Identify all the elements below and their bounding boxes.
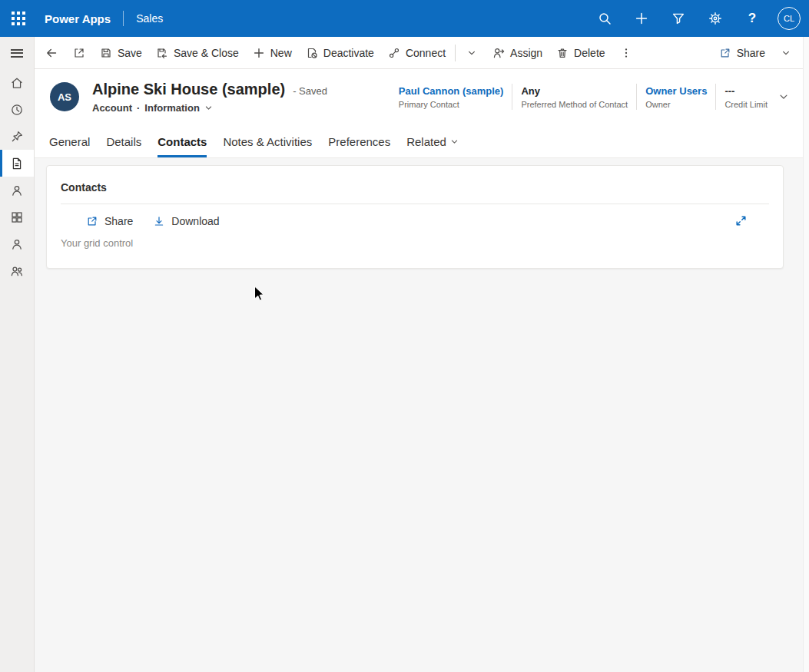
quick-create-button[interactable] [623,0,660,37]
back-arrow-icon [45,47,58,59]
scrollbar-track[interactable] [803,37,809,672]
waffle-icon [12,12,25,25]
divider [123,11,124,26]
field-label: Primary Contact [399,100,504,109]
save-icon [100,47,112,59]
open-in-new-window-button[interactable] [65,40,93,66]
entity-type-label: Account [92,102,132,114]
tab-label: General [49,135,90,148]
user-avatar: CL [778,7,801,30]
tab-label: Notes & Activities [223,135,312,148]
grid-share-label: Share [104,215,133,227]
top-navigation-bar: Power Apps Sales ? CL [0,0,809,37]
divider [715,84,716,110]
sidebar-item-home[interactable] [0,69,34,96]
connect-button[interactable]: Connect [381,40,453,66]
app-area-name[interactable]: Sales [136,12,163,25]
more-commands-button[interactable] [612,40,640,66]
chevron-down-icon[interactable] [204,104,213,112]
field-value: Any [521,85,628,97]
share-button[interactable]: Share [712,40,772,66]
grid-control-toolbar: Share Download [61,214,769,227]
sidebar-item-pinned[interactable] [0,123,34,150]
grid-download-button[interactable]: Download [153,215,219,227]
sidebar-item-apps[interactable] [0,204,34,230]
card-title: Contacts [61,181,769,194]
form-selector[interactable]: Information [144,102,200,114]
tab-general[interactable]: General [49,135,90,157]
field-value: --- [724,85,768,97]
sitemap-toggle-button[interactable] [0,37,34,69]
new-label: New [270,47,292,59]
sidebar-item-teams[interactable] [0,257,34,284]
plus-icon [253,47,265,59]
save-and-close-button[interactable]: Save & Close [149,40,246,66]
grid-expand-button[interactable] [734,214,748,227]
save-and-close-icon [156,47,168,59]
people-icon [10,264,24,278]
tab-notes-activities[interactable]: Notes & Activities [223,135,312,157]
more-icon [620,47,632,59]
tab-preferences[interactable]: Preferences [328,135,390,157]
form-content: Contacts Share Download Your grid contro… [35,158,803,672]
divider [455,45,456,61]
share-label: Share [737,47,765,59]
topbar-actions: ? CL [586,0,809,37]
tab-label: Contacts [157,135,207,148]
gear-icon [708,12,722,25]
tab-related[interactable]: Related [406,135,459,157]
app-name[interactable]: Power Apps [45,12,111,25]
new-button[interactable]: New [246,40,299,66]
chevron-down-icon [781,48,791,58]
app-launcher-button[interactable] [0,0,37,37]
assign-icon [492,47,505,59]
grid-download-label: Download [171,215,219,227]
clock-icon [10,103,24,117]
account-menu-button[interactable]: CL [771,0,807,37]
grid-share-button[interactable]: Share [86,215,133,227]
sidebar-item-contacts[interactable] [0,177,34,204]
dot-separator: · [137,102,140,114]
sidebar-item-leads[interactable] [0,230,34,257]
header-expand-chevron-icon[interactable] [778,91,789,102]
field-label: Credit Limit [724,100,768,109]
search-button[interactable] [586,0,623,37]
command-bar-right: Share [712,40,800,66]
filter-button[interactable] [660,0,697,37]
divider [512,84,512,110]
save-label: Save [118,47,142,59]
sidebar-item-accounts-active[interactable] [0,150,34,177]
save-button[interactable]: Save [93,40,149,66]
field-label: Preferred Method of Contact [521,100,628,109]
chevron-down-icon [450,137,459,146]
back-button[interactable] [38,40,65,66]
help-button[interactable]: ? [734,0,771,37]
delete-button[interactable]: Delete [549,40,612,66]
primary-contact-link[interactable]: Paul Cannon (sample) [399,85,504,97]
header-fields: Paul Cannon (sample) Primary Contact Any… [399,84,789,110]
tab-details[interactable]: Details [106,135,141,157]
header-field-primary-contact: Paul Cannon (sample) Primary Contact [399,85,504,109]
sidebar-item-recent[interactable] [0,96,34,123]
record-info: Alpine Ski House (sample) - Saved Accoun… [92,81,327,114]
delete-label: Delete [574,47,605,59]
grid-placeholder-text: Your grid control [61,237,769,249]
tab-contacts[interactable]: Contacts [157,135,207,157]
connect-label: Connect [406,47,446,59]
settings-button[interactable] [697,0,734,37]
connect-dropdown-button[interactable] [458,40,486,66]
deactivate-button[interactable]: Deactivate [299,40,381,66]
divider [61,204,769,204]
assign-button[interactable]: Assign [486,40,549,66]
field-label: Owner [645,100,707,109]
owner-link[interactable]: Owner Users [645,85,707,97]
share-dropdown-button[interactable] [772,40,800,66]
share-icon [86,215,98,227]
home-icon [10,76,24,90]
expand-diagonal-icon [734,214,748,227]
document-icon [10,157,24,170]
share-icon [719,47,731,59]
chevron-down-icon [467,48,476,58]
popout-icon [73,47,85,59]
apps-grid-icon [10,210,24,224]
